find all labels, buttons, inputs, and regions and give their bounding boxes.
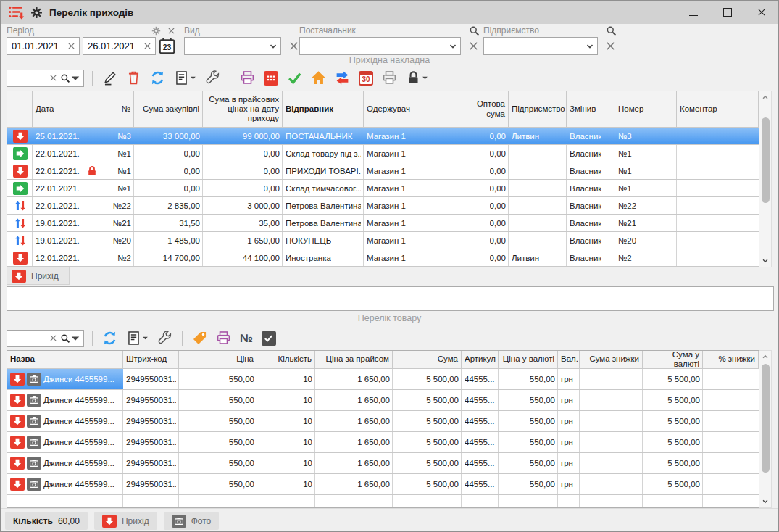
column-header[interactable]: % знижки — [703, 351, 759, 368]
column-header[interactable]: № — [83, 91, 134, 127]
cell — [580, 411, 643, 431]
edit-icon[interactable] — [102, 70, 117, 87]
supplier-combobox[interactable] — [299, 37, 461, 55]
period-clear-icon[interactable] — [167, 26, 176, 36]
minimize-button[interactable] — [676, 1, 710, 24]
column-header[interactable]: Коментар — [677, 91, 759, 127]
column-header[interactable]: Змінив — [567, 91, 615, 127]
search-icon[interactable] — [60, 73, 80, 83]
tag-icon[interactable] — [192, 330, 207, 347]
table-row[interactable]: 25.01.2021...№333 000,0099 000,00ПОСТАЧА… — [7, 128, 759, 145]
print-copy-icon[interactable] — [382, 70, 397, 87]
column-header[interactable]: Штрих-код — [123, 351, 179, 368]
scroll-down-icon[interactable] — [762, 496, 769, 507]
close-button[interactable] — [744, 1, 778, 24]
table-row[interactable]: Джинси 4455599...2949550031...550,00101 … — [7, 390, 759, 411]
receipt-badge[interactable]: Прихід — [94, 512, 157, 530]
comment-box[interactable] — [7, 286, 774, 311]
print-icon[interactable] — [240, 70, 255, 87]
search-icon[interactable] — [60, 333, 80, 344]
table-row[interactable]: 22.01.2021...№10,000,00ПРИХОДИ ТОВАРІ...… — [7, 162, 759, 180]
home-icon[interactable] — [311, 70, 326, 87]
numero-icon[interactable]: № — [240, 330, 253, 347]
select-icon[interactable] — [262, 330, 276, 347]
table-row[interactable]: Джинси 4455599...2949550031...550,00101 … — [7, 369, 759, 390]
period-settings-icon[interactable] — [151, 26, 161, 36]
column-header[interactable] — [7, 91, 33, 127]
column-header[interactable]: Відправник — [283, 91, 364, 127]
refresh-icon[interactable] — [102, 330, 117, 347]
table-row[interactable]: 19.01.2021...№2131,5035,00Петрова Валент… — [7, 215, 759, 232]
maximize-button[interactable] — [710, 1, 744, 24]
report-icon[interactable] — [174, 70, 196, 87]
table-row[interactable]: 22.01.2021...№10,000,00Склад товару під … — [7, 145, 759, 162]
column-header[interactable]: Сума — [393, 351, 462, 368]
scroll-up-icon[interactable] — [762, 91, 769, 103]
column-header[interactable]: Вал. — [558, 351, 580, 368]
column-header[interactable]: Кількість — [257, 351, 315, 368]
items-searchbox[interactable] — [7, 330, 84, 347]
tab-receipt[interactable]: Прихід — [7, 267, 70, 285]
period-to-input[interactable] — [86, 40, 143, 52]
invoice-search-input[interactable] — [10, 72, 46, 84]
column-header[interactable]: Сума в прайсових цінах на дату приходу — [203, 91, 283, 127]
exchange-icon[interactable] — [335, 70, 350, 87]
clear-supplier-icon[interactable] — [467, 40, 480, 52]
keypad-icon[interactable] — [264, 70, 278, 87]
column-header[interactable]: Ціна у валюті — [499, 351, 558, 368]
clear-type-icon[interactable] — [288, 40, 300, 52]
invoice-searchbox[interactable] — [7, 70, 84, 87]
table-row[interactable]: Джинси 4455599...2949550031...550,00101 … — [7, 474, 759, 495]
column-header[interactable]: Сума у валюті — [643, 351, 703, 368]
clear-enterprise-icon[interactable] — [604, 40, 617, 52]
tools-icon[interactable] — [157, 330, 172, 347]
scroll-thumb[interactable] — [762, 117, 770, 203]
period-from-field[interactable] — [7, 37, 80, 55]
invoice-scrollbar[interactable] — [759, 91, 772, 267]
table-row[interactable]: 19.01.2021...№201 485,001 650,00ПОКУПЕЦЬ… — [7, 232, 759, 249]
photo-badge[interactable]: Фото — [164, 512, 220, 530]
items-search-input[interactable] — [10, 333, 46, 344]
table-row[interactable]: 12.01.2021...№214 700,0044 100,00Иностра… — [7, 249, 759, 267]
clear-date-from-icon[interactable] — [67, 41, 76, 51]
calendar-button[interactable]: 23 — [159, 38, 176, 55]
column-header[interactable]: Одержувач — [364, 91, 454, 127]
items-scrollbar[interactable] — [759, 350, 772, 508]
enterprise-combobox[interactable] — [483, 37, 598, 55]
period-to-field[interactable] — [83, 37, 156, 55]
column-header[interactable]: Артикул — [462, 351, 499, 368]
table-row[interactable]: Джинси 4455599...2949550031...550,00101 … — [7, 432, 759, 453]
print-icon[interactable] — [216, 330, 231, 347]
refresh-icon[interactable] — [150, 70, 165, 87]
confirm-icon[interactable] — [287, 70, 302, 87]
supplier-search-icon[interactable] — [469, 25, 480, 36]
column-header[interactable]: Номер — [615, 91, 677, 127]
tools-icon[interactable] — [205, 70, 220, 87]
column-header[interactable]: Дата — [33, 91, 83, 127]
report-icon[interactable] — [126, 330, 149, 347]
enterprise-search-icon[interactable] — [606, 25, 617, 36]
gear-icon[interactable] — [30, 7, 43, 19]
clear-search-icon[interactable] — [49, 333, 58, 343]
delete-icon[interactable] — [126, 70, 141, 87]
scroll-up-icon[interactable] — [762, 351, 769, 362]
calendar-30-icon[interactable]: 30 — [359, 70, 373, 87]
column-header[interactable]: Сума знижки — [580, 351, 643, 368]
column-header[interactable]: Назва — [7, 351, 123, 368]
type-combobox[interactable] — [184, 37, 281, 55]
scroll-down-icon[interactable] — [762, 255, 769, 267]
period-from-input[interactable] — [10, 40, 67, 52]
table-row[interactable]: 22.01.2021...№10,000,00Склад тимчасовог.… — [7, 180, 759, 197]
table-row[interactable]: 22.01.2021...№222 835,003 000,00Петрова … — [7, 197, 759, 215]
lock-icon[interactable] — [406, 70, 428, 87]
table-row[interactable]: Джинси 4455599...2949550031...550,00101 … — [7, 453, 759, 474]
column-header[interactable]: Ціна — [179, 351, 257, 368]
column-header[interactable]: Підприємство — [509, 91, 567, 127]
clear-search-icon[interactable] — [49, 73, 58, 83]
column-header[interactable]: Ціна за прайсом — [315, 351, 393, 368]
column-header[interactable]: Оптова сума — [454, 91, 509, 127]
clear-date-to-icon[interactable] — [143, 41, 152, 51]
table-row[interactable]: Джинси 4455599...2949550031...550,00101 … — [7, 411, 759, 432]
column-header[interactable]: Сума закупівлі — [134, 91, 203, 127]
scroll-thumb[interactable] — [762, 364, 770, 473]
